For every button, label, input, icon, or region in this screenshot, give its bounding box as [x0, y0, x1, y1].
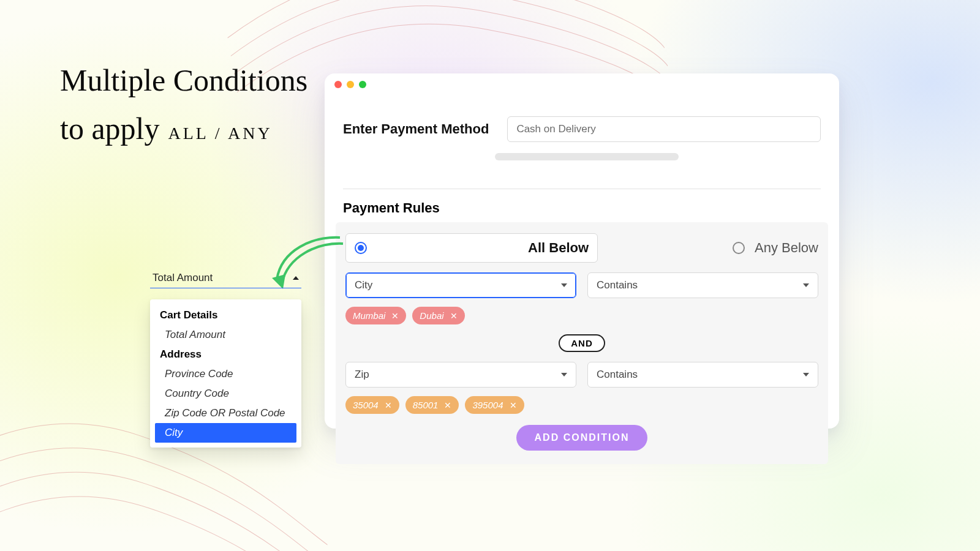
dropdown-trigger-label: Total Amount: [153, 272, 213, 284]
window-titlebar: [325, 73, 839, 92]
rules-panel: All Below Any Below City Contains Mumbai…: [336, 222, 828, 464]
tag-label: Mumbai: [353, 310, 385, 321]
close-icon[interactable]: [334, 81, 342, 88]
tag-chip[interactable]: Dubai ✕: [412, 307, 464, 324]
dropdown-group: Cart Details: [150, 305, 301, 325]
close-icon[interactable]: ✕: [450, 311, 458, 321]
dropdown-group: Address: [150, 345, 301, 364]
close-icon[interactable]: ✕: [444, 400, 451, 410]
condition-field-value: City: [355, 279, 372, 291]
condition-operator-select[interactable]: Contains: [587, 272, 818, 298]
radio-selected-icon: [355, 242, 367, 254]
tag-chip[interactable]: 35004 ✕: [345, 396, 399, 414]
minimize-icon[interactable]: [347, 81, 354, 88]
close-icon[interactable]: ✕: [510, 400, 517, 410]
dropdown-item-province-code[interactable]: Province Code: [150, 364, 301, 384]
chevron-down-icon: [803, 373, 809, 377]
add-condition-button[interactable]: ADD CONDITION: [516, 425, 648, 451]
tag-label: 85001: [413, 400, 439, 410]
tag-chip[interactable]: 395004 ✕: [465, 396, 524, 414]
headline-line1: Multiple Conditions: [60, 61, 330, 100]
radio-unselected-icon: [733, 242, 745, 254]
close-icon[interactable]: ✕: [391, 311, 399, 321]
headline-caps: ALL / ANY: [168, 124, 272, 143]
dropdown-panel: Cart Details Total Amount Address Provin…: [150, 299, 301, 448]
payment-method-input[interactable]: Cash on Delivery: [507, 116, 821, 142]
maximize-icon[interactable]: [359, 81, 366, 88]
condition-field-select[interactable]: City: [345, 272, 576, 298]
dropdown-item-city[interactable]: City: [155, 423, 296, 443]
condition-field-value: Zip: [355, 369, 369, 381]
condition-field-select[interactable]: Zip: [345, 362, 576, 388]
skeleton-placeholder: [495, 153, 679, 160]
tag-chip[interactable]: 85001 ✕: [405, 396, 459, 414]
condition-operator-select[interactable]: Contains: [587, 362, 818, 388]
tag-label: 35004: [353, 400, 379, 410]
payment-method-label: Enter Payment Method: [343, 121, 489, 137]
chevron-down-icon: [803, 283, 809, 287]
field-dropdown: Total Amount Cart Details Total Amount A…: [150, 268, 301, 448]
chevron-up-icon: [293, 276, 299, 280]
condition-operator-value: Contains: [597, 369, 638, 381]
and-connector: AND: [559, 334, 605, 352]
page-headline: Multiple Conditions to apply ALL / ANY: [60, 61, 330, 146]
dropdown-item-total-amount[interactable]: Total Amount: [150, 325, 301, 345]
close-icon[interactable]: ✕: [385, 400, 392, 410]
radio-all-below[interactable]: All Below: [345, 233, 598, 263]
dropdown-trigger[interactable]: Total Amount: [150, 268, 301, 288]
dropdown-item-country-code[interactable]: Country Code: [150, 384, 301, 403]
condition-operator-value: Contains: [597, 279, 638, 291]
radio-any-below[interactable]: Any Below: [733, 240, 818, 256]
radio-any-label: Any Below: [755, 240, 818, 256]
payment-rules-title: Payment Rules: [325, 189, 839, 222]
tag-chip[interactable]: Mumbai ✕: [345, 307, 406, 324]
chevron-down-icon: [561, 283, 567, 287]
tag-label: Dubai: [420, 310, 443, 321]
radio-all-label: All Below: [528, 240, 589, 256]
chevron-down-icon: [561, 373, 567, 377]
dropdown-item-zip-code[interactable]: Zip Code OR Postal Code: [150, 403, 301, 423]
headline-line2: to apply: [60, 111, 159, 146]
tag-label: 395004: [472, 400, 503, 410]
app-window: Enter Payment Method Cash on Delivery Pa…: [325, 73, 839, 429]
